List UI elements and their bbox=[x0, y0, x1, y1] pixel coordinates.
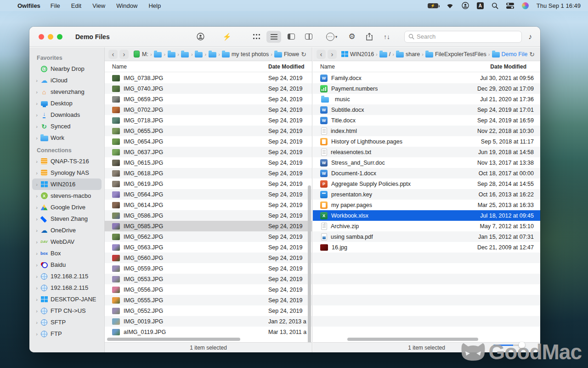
file-row[interactable]: IMG_0560.JPGSep 24, 2019 bbox=[105, 253, 312, 263]
sidebar-item-desktop-jane[interactable]: ›DESKTOP-JANE bbox=[32, 293, 102, 305]
sidebar-item-onedrive[interactable]: ›☁OneDrive bbox=[32, 224, 102, 236]
sidebar-item-baidu[interactable]: ›Baidu bbox=[32, 259, 102, 270]
search-icon[interactable] bbox=[492, 2, 498, 9]
sort-button[interactable]: ↑↓ bbox=[379, 31, 394, 43]
column-name[interactable]: Name bbox=[313, 63, 335, 70]
menu-item-help[interactable]: Help bbox=[148, 2, 161, 9]
share-button[interactable] bbox=[362, 31, 377, 43]
file-row[interactable]: History of Lighthouse.pagesSep 5, 2018 a… bbox=[313, 136, 540, 147]
disclosure-chevron-icon[interactable]: › bbox=[34, 205, 40, 210]
file-row[interactable]: IMG_0564.JPGSep 24, 2019 bbox=[105, 189, 312, 200]
file-row[interactable]: IMG_0019.JPGJan 22, 2013 a bbox=[105, 316, 312, 327]
back-button[interactable]: ‹ bbox=[317, 50, 326, 59]
file-row[interactable]: IMG_0740.JPGSep 24, 2019 bbox=[105, 83, 312, 94]
forward-button[interactable]: › bbox=[119, 50, 129, 59]
menu-item-file[interactable]: File bbox=[51, 2, 60, 9]
file-row[interactable]: IMG_0614.JPGSep 24, 2019 bbox=[105, 200, 312, 210]
file-row[interactable]: IMG_0556.JPGSep 24, 2019 bbox=[105, 284, 312, 295]
file-row[interactable]: IMG_0618.JPGSep 24, 2019 bbox=[105, 168, 312, 178]
quick-actions-button[interactable]: ⚡ bbox=[220, 31, 234, 43]
disclosure-chevron-icon[interactable]: › bbox=[34, 239, 40, 245]
file-row[interactable]: IMG_0559.JPGSep 24, 2019 bbox=[105, 263, 312, 274]
file-row[interactable]: WSubtitle.docxSep 24, 2019 at 17:01 bbox=[313, 104, 540, 115]
input-source-icon[interactable]: A bbox=[477, 2, 484, 9]
file-row[interactable]: IMG_0637.JPGSep 24, 2019 bbox=[105, 147, 312, 157]
sidebar-item-stevens-macbo[interactable]: ›Xstevens-macbo bbox=[32, 190, 102, 201]
sidebar-item-ftp[interactable]: ›FTP bbox=[32, 328, 102, 339]
sidebar-item-synology-nas[interactable]: ›Synology NAS bbox=[32, 167, 102, 178]
disclosure-chevron-icon[interactable]: › bbox=[34, 159, 40, 164]
sidebar-item-downloads[interactable]: ›↓Downloads bbox=[32, 109, 102, 121]
file-row[interactable]: presentaton.keyOct 16, 2013 at 16:22 bbox=[313, 189, 540, 200]
minimize-button[interactable] bbox=[48, 34, 53, 40]
column-name[interactable]: Name bbox=[105, 63, 127, 70]
disclosure-chevron-icon[interactable]: › bbox=[34, 170, 40, 176]
sidebar-item-192-168-2-115[interactable]: ›192.168.2.115 bbox=[32, 282, 102, 293]
file-row[interactable]: IMG_0553.JPGSep 24, 2019 bbox=[105, 274, 312, 284]
file-row[interactable]: IMG_0659.JPGSep 24, 2019 bbox=[105, 94, 312, 104]
file-row[interactable]: WFamily.docxJul 30, 2021 at 09:56 bbox=[313, 73, 540, 83]
breadcrumb-item-m-[interactable]: M: bbox=[132, 51, 150, 58]
view-list-button[interactable] bbox=[266, 31, 281, 43]
file-row[interactable]: WTitle.docxSep 24, 2019 at 16:59 bbox=[313, 115, 540, 126]
search-field[interactable]: Search bbox=[404, 31, 522, 43]
file-row[interactable]: IMG_0655.JPGSep 24, 2019 bbox=[105, 126, 312, 136]
sidebar-item-win2016[interactable]: ›WIN2016 bbox=[32, 178, 102, 190]
menu-item-edit[interactable]: Edit bbox=[71, 2, 81, 9]
breadcrumb-item[interactable] bbox=[181, 51, 191, 58]
sidebar-item-google-drive[interactable]: ›Google Drive bbox=[32, 201, 102, 213]
disclosure-chevron-icon[interactable]: › bbox=[34, 251, 40, 256]
file-row[interactable]: IMG_0585.JPGSep 24, 2019 bbox=[105, 221, 312, 231]
close-button[interactable] bbox=[39, 34, 44, 40]
breadcrumb-item[interactable] bbox=[208, 51, 218, 58]
column-date-modified[interactable]: Date Modified bbox=[268, 63, 312, 70]
left-vertical-scrollbar[interactable] bbox=[308, 185, 311, 346]
left-horizontal-scrollbar[interactable] bbox=[107, 338, 240, 341]
file-row[interactable]: aIMG_0119.JPGMar 13, 2011 a bbox=[105, 327, 312, 337]
disclosure-chevron-icon[interactable]: › bbox=[34, 228, 40, 233]
siri-icon[interactable] bbox=[522, 2, 529, 9]
file-row[interactable]: my paper.pagesMar 25, 2013 at 16:33 bbox=[313, 200, 540, 210]
file-row[interactable]: PAggregate Supply Policies.pptxSep 28, 2… bbox=[313, 178, 540, 189]
file-row[interactable]: IMG_0702.JPGSep 24, 2019 bbox=[105, 104, 312, 115]
sidebar-item-nearby-drop[interactable]: Nearby Drop bbox=[32, 63, 102, 75]
breadcrumb-item-fileexpolertestfiles[interactable]: FileExpolerTestFiles bbox=[425, 51, 488, 58]
right-horizontal-scrollbar[interactable] bbox=[347, 338, 478, 341]
breadcrumb-item--[interactable]: / bbox=[379, 51, 392, 58]
column-date-modified[interactable]: Date Modified bbox=[490, 63, 540, 70]
file-row[interactable]: XWorkbook.xlsxJul 18, 2012 at 09:45 bbox=[313, 210, 540, 221]
sidebar-item-steven-zhang[interactable]: ›Steven Zhang bbox=[32, 213, 102, 224]
file-row[interactable]: IMG_0552.JPGSep 24, 2019 bbox=[105, 305, 312, 316]
disclosure-chevron-icon[interactable]: › bbox=[34, 262, 40, 268]
file-row[interactable]: IMG_0654.JPGSep 24, 2019 bbox=[105, 136, 312, 147]
sidebar-item-work[interactable]: ›Work bbox=[32, 132, 102, 144]
disclosure-chevron-icon[interactable]: › bbox=[34, 135, 40, 141]
menu-item-view[interactable]: View bbox=[92, 2, 105, 9]
account-button[interactable] bbox=[193, 31, 208, 43]
sidebar-item-icloud[interactable]: ›☁iCloud bbox=[32, 75, 102, 86]
disclosure-chevron-icon[interactable]: › bbox=[34, 182, 40, 187]
user-icon[interactable] bbox=[462, 2, 469, 9]
file-row[interactable]: IMG_0615.JPGSep 24, 2019 bbox=[105, 157, 312, 168]
menu-item-window[interactable]: Window bbox=[116, 2, 137, 9]
disclosure-chevron-icon[interactable]: › bbox=[34, 78, 40, 83]
refresh-icon[interactable]: ↻ bbox=[299, 51, 308, 58]
disclosure-chevron-icon[interactable]: › bbox=[34, 216, 40, 222]
file-row[interactable]: IMG_0562.JPGSep 24, 2019 bbox=[105, 231, 312, 242]
sidebar-item-192-168-2-115[interactable]: ›192.168.2.115 bbox=[32, 270, 102, 282]
file-row[interactable]: using samba.pdfJan 15, 2012 at 07:31 bbox=[313, 231, 540, 242]
breadcrumb-item-share[interactable]: share bbox=[396, 51, 421, 58]
disclosure-chevron-icon[interactable]: › bbox=[34, 124, 40, 129]
app-menu-title[interactable]: Owlfiles bbox=[17, 2, 40, 9]
file-row[interactable]: WDocument-1.docxOct 18, 2017 at 00:00 bbox=[313, 168, 540, 178]
sidebar-item-ftp-cn-us[interactable]: ›FTP CN->US bbox=[32, 305, 102, 316]
file-row[interactable]: IMG_0563.JPGSep 24, 2019 bbox=[105, 242, 312, 253]
sidebar-item-qnap-ts-216[interactable]: ›QNAP-TS-216 bbox=[32, 155, 102, 167]
view-grid-button[interactable] bbox=[249, 31, 264, 43]
more-menu-button[interactable]: ⋯▾ bbox=[322, 31, 342, 43]
breadcrumb-item-flowers[interactable]: Flowers bbox=[274, 51, 299, 58]
music-note-icon[interactable]: ♪ bbox=[528, 33, 532, 41]
disclosure-chevron-icon[interactable]: › bbox=[34, 112, 40, 118]
sidebar-item-stevenzhang[interactable]: ›⌂stevenzhang bbox=[32, 86, 102, 98]
sidebar-item-sftp[interactable]: ›SFTP bbox=[32, 316, 102, 328]
